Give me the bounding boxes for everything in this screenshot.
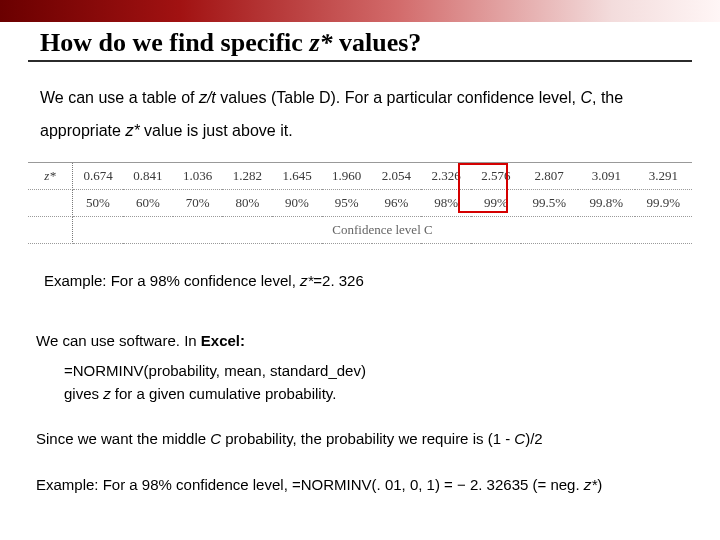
- ex1a: Example: For a 98% confidence level,: [44, 272, 300, 289]
- m-C2: C: [514, 430, 525, 447]
- top-gradient-bar: [0, 0, 720, 22]
- ex1c: =2. 326: [313, 272, 363, 289]
- z-cell: 2.054: [372, 163, 422, 190]
- software-line: We can use software. In Excel:: [36, 332, 245, 349]
- z-cell: 3.091: [578, 163, 635, 190]
- c-cell: 50%: [73, 190, 124, 217]
- title-zstar: z*: [309, 28, 332, 57]
- c-cell: 95%: [322, 190, 372, 217]
- c-cell: 96%: [372, 190, 422, 217]
- excel-block: =NORMINV(probability, mean, standard_dev…: [64, 360, 366, 405]
- z-cell: 1.036: [173, 163, 223, 190]
- excel-z: z: [103, 385, 111, 402]
- c-cell: 70%: [173, 190, 223, 217]
- z-table: z* 0.674 0.841 1.036 1.282 1.645 1.960 2…: [28, 162, 692, 244]
- intro-paragraph: We can use a table of z/t values (Table …: [40, 82, 680, 148]
- example-1: Example: For a 98% confidence level, z*=…: [44, 272, 364, 289]
- title-underline: [28, 60, 692, 62]
- title-text-post: values?: [333, 28, 422, 57]
- highlight-box: [458, 163, 508, 213]
- row-label-caption: [28, 217, 73, 244]
- z-cell: 2.807: [521, 163, 578, 190]
- c-cell: 99.9%: [635, 190, 692, 217]
- c-cell: 80%: [222, 190, 272, 217]
- c-cell: 99.5%: [521, 190, 578, 217]
- sw-excel: Excel:: [201, 332, 245, 349]
- z-cell: 1.282: [222, 163, 272, 190]
- m-e: )/2: [525, 430, 543, 447]
- table-caption: Confidence level C: [73, 217, 693, 244]
- exl2c: for a given cumulative probability.: [111, 385, 337, 402]
- z-cell: 1.960: [322, 163, 372, 190]
- excel-formula: =NORMINV(probability, mean, standard_dev…: [64, 360, 366, 383]
- c-cell: 60%: [123, 190, 173, 217]
- c-cell: 90%: [272, 190, 322, 217]
- slide-title: How do we find specific z* values?: [40, 28, 421, 58]
- m-C1: C: [210, 430, 221, 447]
- z-cell: 1.645: [272, 163, 322, 190]
- c-cell: 99.8%: [578, 190, 635, 217]
- ex2c: ): [597, 476, 602, 493]
- row-label-zstar: z*: [28, 163, 73, 190]
- z-cell: 0.674: [73, 163, 124, 190]
- p1g: value is just above it.: [140, 122, 293, 139]
- middle-c-line: Since we want the middle C probability, …: [36, 430, 543, 447]
- p1a: We can use a table of: [40, 89, 199, 106]
- m-a: Since we want the middle: [36, 430, 210, 447]
- z-cell: 0.841: [123, 163, 173, 190]
- z-cell: 3.291: [635, 163, 692, 190]
- table-row: 50% 60% 70% 80% 90% 95% 96% 98% 99% 99.5…: [28, 190, 692, 217]
- p1c: values (Table D). For a particular confi…: [216, 89, 581, 106]
- table-row: Confidence level C: [28, 217, 692, 244]
- m-c: probability, the probability we require …: [221, 430, 514, 447]
- exl2a: gives: [64, 385, 103, 402]
- slide: How do we find specific z* values? We ca…: [0, 0, 720, 540]
- table-row: z* 0.674 0.841 1.036 1.282 1.645 1.960 2…: [28, 163, 692, 190]
- sw-a: We can use software. In: [36, 332, 201, 349]
- p1-zt: z/t: [199, 89, 216, 106]
- ex2-zstar: z*: [584, 476, 597, 493]
- z-table-grid: z* 0.674 0.841 1.036 1.282 1.645 1.960 2…: [28, 162, 692, 244]
- excel-desc: gives z for a given cumulative probabili…: [64, 383, 366, 406]
- ex2a: Example: For a 98% confidence level, =NO…: [36, 476, 584, 493]
- p1-C: C: [580, 89, 592, 106]
- p1-zstar: z*: [125, 122, 139, 139]
- title-text-pre: How do we find specific: [40, 28, 309, 57]
- example-2: Example: For a 98% confidence level, =NO…: [36, 476, 602, 493]
- ex1-zstar: z*: [300, 272, 313, 289]
- row-label-blank: [28, 190, 73, 217]
